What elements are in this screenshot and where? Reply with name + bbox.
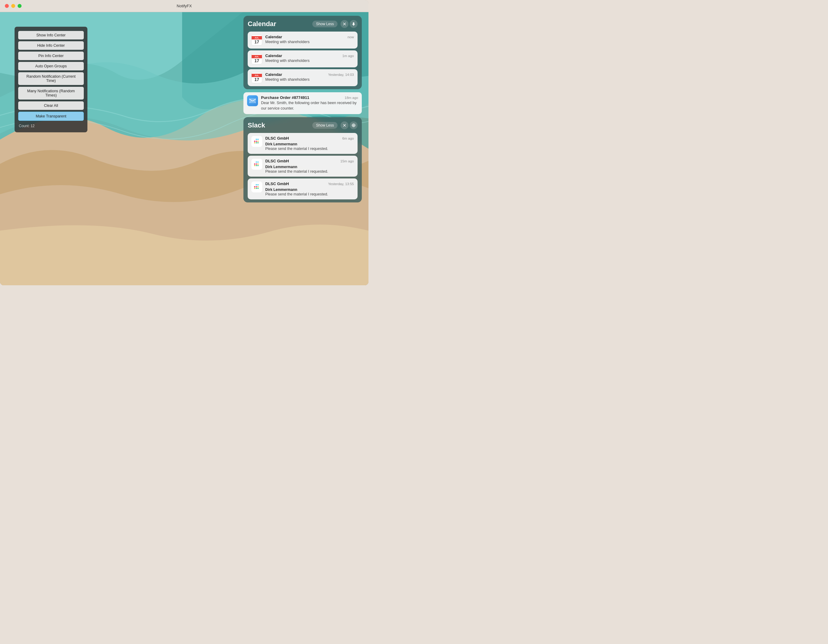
slack-logo-icon-3 (253, 183, 260, 191)
control-panel: Show Info Center Hide Info Center Pin In… (14, 27, 88, 132)
slack-notification-1-content: DLSC GmbH 6m ago Dirk Lemmermann Please … (265, 136, 354, 151)
clear-all-button[interactable]: Clear All (18, 101, 84, 110)
slack-notification-1[interactable]: DLSC GmbH 6m ago Dirk Lemmermann Please … (248, 133, 358, 154)
svg-rect-10 (256, 141, 257, 142)
svg-rect-16 (257, 139, 259, 140)
maximize-button[interactable] (17, 4, 22, 8)
mail-envelope-icon (249, 98, 256, 103)
svg-rect-11 (256, 139, 257, 140)
pin-icon (352, 22, 355, 26)
calendar-pin-button[interactable] (350, 20, 358, 28)
mail-notification-content: Purchase Order #8774911 18m ago Dear Mr.… (261, 95, 358, 111)
titlebar: NotifyFX (0, 0, 369, 12)
svg-rect-9 (254, 141, 255, 142)
slack-close-button[interactable] (340, 121, 348, 129)
svg-rect-23 (254, 165, 255, 166)
svg-rect-18 (256, 164, 257, 165)
svg-rect-32 (257, 184, 259, 185)
notification-panel: Calendar Show Less (243, 16, 362, 277)
mail-notification-body: Dear Mr. Smith, the following order has … (261, 100, 358, 111)
slack-app-icon-3 (251, 182, 262, 193)
close-button[interactable] (5, 4, 9, 8)
slack-group-title: Slack (248, 121, 312, 129)
svg-rect-25 (254, 186, 255, 188)
svg-rect-30 (257, 188, 259, 189)
svg-rect-3 (249, 98, 256, 103)
minimize-button[interactable] (11, 4, 15, 8)
slack-pin-button[interactable] (350, 121, 358, 129)
calendar-app-icon-2: JUL 17 (251, 53, 262, 64)
svg-rect-31 (254, 188, 255, 189)
svg-rect-15 (254, 143, 255, 144)
calendar-notification-3[interactable]: JUL 17 Calendar Yesterday, 14:03 Meeting… (248, 69, 358, 86)
pin-info-center-button[interactable]: Pin Info Center (18, 52, 84, 60)
slack-app-icon-1 (251, 136, 262, 147)
calendar-show-less-button[interactable]: Show Less (312, 20, 337, 27)
mail-app-icon (247, 95, 258, 106)
svg-rect-20 (256, 165, 257, 166)
svg-rect-17 (254, 164, 255, 165)
calendar-close-button[interactable] (340, 20, 348, 28)
slack-app-icon-2 (251, 159, 262, 170)
close-icon (343, 22, 346, 25)
app-window: NotifyFX Show Info Center Hid (0, 0, 369, 285)
svg-rect-14 (257, 143, 259, 144)
svg-rect-21 (257, 164, 259, 165)
slack-notification-3[interactable]: DLSC GmbH Yesterday, 13:55 Dirk Lemmerma… (248, 179, 358, 199)
show-info-center-button[interactable]: Show Info Center (18, 31, 84, 39)
count-label: Count: 12 (18, 124, 84, 128)
hide-info-center-button[interactable]: Hide Info Center (18, 41, 84, 50)
slack-pin-icon (352, 124, 355, 127)
traffic-lights (5, 4, 22, 8)
calendar-notification-1[interactable]: JUL 17 Calendar now Meeting with shareho… (248, 31, 358, 49)
slack-logo-icon-2 (253, 161, 260, 168)
slack-notification-2-content: DLSC GmbH 15m ago Dirk Lemmermann Please… (265, 159, 354, 174)
calendar-group-header: Calendar Show Less (248, 20, 358, 28)
slack-notification-3-content: DLSC GmbH Yesterday, 13:55 Dirk Lemmerma… (265, 182, 354, 196)
make-transparent-button[interactable]: Make Transparent (18, 112, 84, 121)
svg-rect-22 (257, 165, 259, 166)
calendar-group: Calendar Show Less (243, 16, 362, 89)
calendar-app-icon-3: JUL 17 (251, 72, 262, 83)
svg-rect-27 (256, 184, 257, 185)
slack-logo-icon (253, 138, 260, 145)
svg-rect-28 (256, 188, 257, 189)
svg-rect-24 (257, 161, 259, 163)
calendar-notification-3-content: Calendar Yesterday, 14:03 Meeting with s… (265, 72, 354, 81)
many-notifications-button[interactable]: Many Notifications (Random Times) (18, 87, 84, 100)
slack-show-less-button[interactable]: Show Less (312, 122, 337, 128)
window-title: NotifyFX (177, 4, 192, 8)
slack-group-header: Slack Show Less (248, 121, 358, 129)
slack-group: Slack Show Less (243, 117, 362, 202)
slack-notification-2[interactable]: DLSC GmbH 15m ago Dirk Lemmermann Please… (248, 156, 358, 177)
calendar-notification-2-content: Calendar 1m ago Meeting with shareholder… (265, 53, 354, 63)
mail-notification[interactable]: Purchase Order #8774911 18m ago Dear Mr.… (243, 92, 362, 114)
auto-open-groups-button[interactable]: Auto Open Groups (18, 62, 84, 71)
slack-close-icon (343, 124, 346, 127)
calendar-app-icon: JUL 17 (251, 34, 262, 45)
svg-rect-26 (256, 186, 257, 188)
svg-rect-12 (256, 143, 257, 144)
svg-rect-19 (256, 161, 257, 163)
svg-rect-29 (257, 186, 259, 188)
calendar-group-title: Calendar (248, 20, 312, 28)
calendar-notification-2[interactable]: JUL 17 Calendar 1m ago Meeting with shar… (248, 50, 358, 67)
calendar-notification-1-content: Calendar now Meeting with shareholders (265, 34, 354, 44)
random-notification-button[interactable]: Random Notification (Current Time) (18, 72, 84, 85)
svg-rect-13 (257, 141, 259, 142)
